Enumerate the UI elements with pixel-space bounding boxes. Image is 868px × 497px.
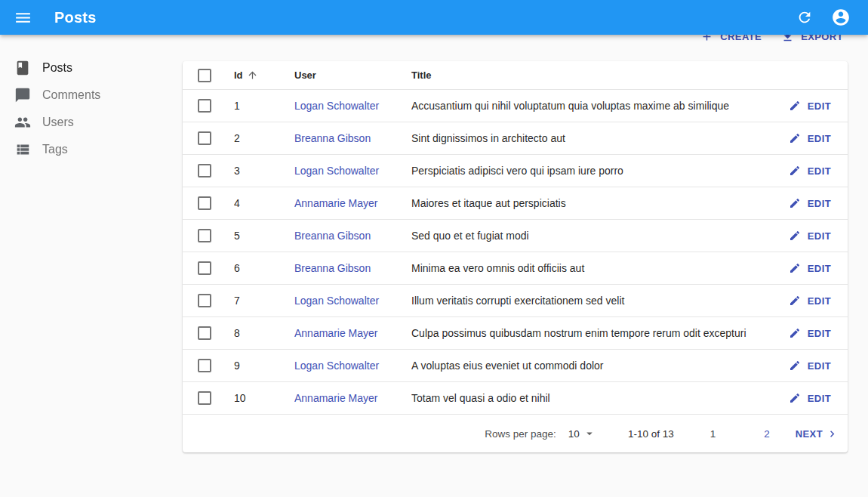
pencil-icon bbox=[789, 360, 801, 372]
cell-title: Sed quo et et fugiat modi bbox=[411, 230, 757, 242]
pencil-icon bbox=[789, 197, 801, 209]
table-row: 6 Breanna Gibson Minima ea vero omnis od… bbox=[183, 252, 848, 284]
edit-button-label: EDIT bbox=[808, 263, 831, 274]
refresh-button[interactable] bbox=[790, 2, 820, 32]
row-checkbox[interactable] bbox=[198, 261, 211, 275]
user-link[interactable]: Annamarie Mayer bbox=[294, 327, 378, 339]
rows-per-page-label: Rows per page: bbox=[485, 428, 556, 440]
user-link[interactable]: Annamarie Mayer bbox=[294, 197, 378, 209]
edit-button[interactable]: EDIT bbox=[787, 194, 833, 212]
cell-title: Maiores et itaque aut perspiciatis bbox=[411, 197, 757, 209]
pencil-icon bbox=[789, 165, 801, 177]
next-page-button[interactable]: NEXT bbox=[794, 423, 840, 445]
user-link[interactable]: Logan Schowalter bbox=[294, 100, 379, 112]
table-row: 4 Annamarie Mayer Maiores et itaque aut … bbox=[183, 187, 848, 219]
edit-button-label: EDIT bbox=[808, 295, 831, 307]
column-header-title[interactable]: Title bbox=[411, 69, 757, 81]
cell-title: Minima ea vero omnis odit officiis aut bbox=[411, 262, 757, 274]
cell-id: 1 bbox=[234, 100, 294, 112]
sidebar: Posts Comments Users Tags bbox=[0, 35, 183, 497]
next-button-label: NEXT bbox=[796, 428, 823, 440]
caret-down-icon bbox=[583, 427, 596, 440]
edit-button-label: EDIT bbox=[808, 230, 831, 242]
sidebar-item-comments[interactable]: Comments bbox=[0, 82, 183, 109]
pencil-icon bbox=[789, 230, 801, 242]
rows-per-page-value: 10 bbox=[568, 428, 580, 440]
edit-button-label: EDIT bbox=[808, 393, 831, 404]
user-link[interactable]: Breanna Gibson bbox=[294, 262, 371, 274]
user-link[interactable]: Annamarie Mayer bbox=[294, 392, 378, 404]
edit-button[interactable]: EDIT bbox=[787, 389, 833, 407]
row-checkbox[interactable] bbox=[198, 326, 211, 340]
account-circle-icon bbox=[831, 8, 851, 27]
edit-button[interactable]: EDIT bbox=[787, 259, 833, 277]
pencil-icon bbox=[789, 132, 801, 144]
user-link[interactable]: Breanna Gibson bbox=[294, 230, 371, 242]
table-row: 10 Annamarie Mayer Totam vel quasi a odi… bbox=[183, 381, 848, 414]
user-link[interactable]: Logan Schowalter bbox=[294, 295, 379, 307]
edit-button-label: EDIT bbox=[808, 328, 831, 339]
edit-button-label: EDIT bbox=[808, 165, 831, 177]
rows-per-page-select[interactable]: 10 bbox=[568, 427, 596, 440]
cell-title: Sint dignissimos in architecto aut bbox=[411, 132, 757, 144]
cell-title: Culpa possimus quibusdam nostrum enim te… bbox=[411, 327, 757, 339]
edit-button[interactable]: EDIT bbox=[787, 97, 833, 115]
cell-title: Illum veritatis corrupti exercitationem … bbox=[411, 295, 757, 307]
sidebar-item-tags[interactable]: Tags bbox=[0, 136, 183, 163]
edit-button[interactable]: EDIT bbox=[787, 357, 833, 375]
pencil-icon bbox=[789, 100, 801, 112]
cell-id: 5 bbox=[234, 230, 294, 242]
row-checkbox[interactable] bbox=[198, 99, 211, 113]
sort-ascending-arrow-icon bbox=[247, 69, 258, 81]
column-header-id[interactable]: Id bbox=[234, 69, 294, 81]
page-button-2[interactable]: 2 bbox=[756, 424, 777, 444]
cell-title-text: Sed quo et et fugiat modi bbox=[411, 230, 529, 242]
select-all-checkbox[interactable] bbox=[198, 69, 211, 82]
sidebar-item-label: Users bbox=[42, 116, 74, 129]
pencil-icon bbox=[789, 392, 801, 404]
row-checkbox[interactable] bbox=[198, 391, 211, 405]
hamburger-icon bbox=[14, 8, 32, 27]
cell-title-text: Accusantium qui nihil voluptatum quia vo… bbox=[411, 100, 729, 112]
cell-title-text: Minima ea vero omnis odit officiis aut bbox=[411, 262, 584, 274]
column-header-user[interactable]: User bbox=[294, 69, 411, 81]
cell-id: 9 bbox=[234, 360, 294, 372]
pencil-icon bbox=[789, 262, 801, 274]
cell-title-text: A voluptas eius eveniet ut commodi dolor bbox=[411, 360, 603, 372]
cell-id: 4 bbox=[234, 197, 294, 209]
refresh-icon bbox=[796, 9, 813, 26]
hamburger-menu-button[interactable] bbox=[8, 2, 38, 32]
user-link[interactable]: Logan Schowalter bbox=[294, 165, 379, 177]
page-button-1[interactable]: 1 bbox=[703, 424, 724, 444]
table-row: 8 Annamarie Mayer Culpa possimus quibusd… bbox=[183, 316, 848, 349]
row-checkbox[interactable] bbox=[198, 294, 211, 307]
edit-button[interactable]: EDIT bbox=[787, 129, 833, 147]
row-checkbox[interactable] bbox=[198, 229, 211, 242]
table-row: 2 Breanna Gibson Sint dignissimos in arc… bbox=[183, 122, 848, 154]
cell-id: 3 bbox=[234, 165, 294, 177]
pencil-icon bbox=[789, 295, 801, 307]
row-checkbox[interactable] bbox=[198, 131, 211, 145]
row-checkbox[interactable] bbox=[198, 196, 211, 210]
edit-button[interactable]: EDIT bbox=[787, 227, 833, 245]
table-row: 5 Breanna Gibson Sed quo et et fugiat mo… bbox=[183, 219, 848, 252]
profile-button[interactable] bbox=[826, 2, 856, 32]
sidebar-item-label: Posts bbox=[42, 61, 72, 75]
book-icon bbox=[14, 60, 31, 76]
column-header-id-label: Id bbox=[234, 69, 243, 81]
user-link[interactable]: Breanna Gibson bbox=[294, 132, 371, 144]
row-checkbox[interactable] bbox=[198, 164, 211, 178]
pagination-bar: Rows per page: 10 1-10 of 13 1 2 NEXT bbox=[183, 414, 848, 452]
row-checkbox[interactable] bbox=[198, 359, 211, 372]
cell-title: Perspiciatis adipisci vero qui ipsam iur… bbox=[411, 165, 757, 177]
cell-id: 6 bbox=[234, 262, 294, 274]
user-link[interactable]: Logan Schowalter bbox=[294, 360, 379, 372]
sidebar-item-posts[interactable]: Posts bbox=[0, 54, 183, 82]
edit-button[interactable]: EDIT bbox=[787, 324, 833, 342]
edit-button[interactable]: EDIT bbox=[787, 292, 833, 310]
table-header-row: Id User Title bbox=[183, 61, 848, 89]
cell-title-text: Maiores et itaque aut perspiciatis bbox=[411, 197, 566, 209]
edit-button[interactable]: EDIT bbox=[787, 162, 833, 180]
cell-id: 2 bbox=[234, 132, 294, 144]
sidebar-item-users[interactable]: Users bbox=[0, 109, 183, 136]
